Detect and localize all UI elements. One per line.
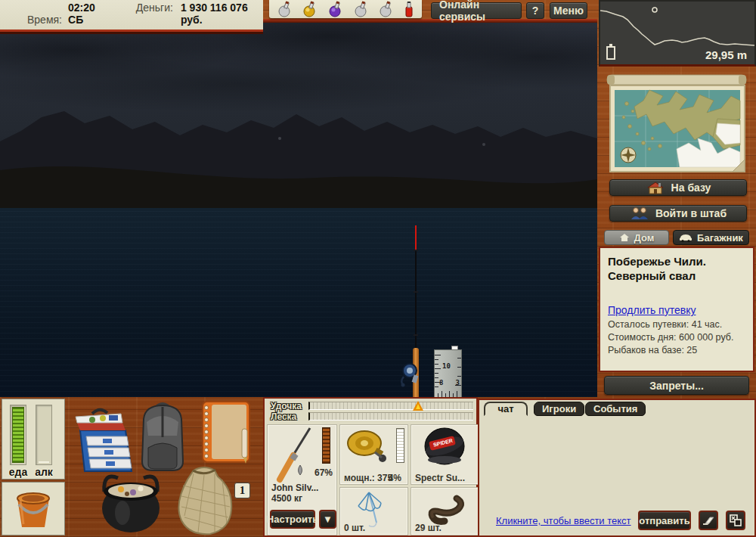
- ruler-number: 10: [442, 362, 451, 370]
- reel-item-icon: [345, 428, 389, 467]
- time-label: Время:: [27, 14, 62, 26]
- battery-icon: [606, 46, 615, 60]
- cauldron-item[interactable]: [95, 466, 166, 535]
- line-durability-bar: [308, 412, 473, 421]
- send-button[interactable]: отправить: [638, 511, 691, 530]
- location-info-panel: Побережье Чили. Северный свал Продлить п…: [599, 247, 754, 372]
- ruler-number: 3: [456, 379, 460, 386]
- bait-count: 29 шт.: [415, 523, 442, 533]
- mesh-bag-item[interactable]: [168, 463, 240, 537]
- line-slot[interactable]: SPIDER Spectr Su...: [411, 424, 479, 485]
- configure-button[interactable]: Настроить: [270, 510, 315, 529]
- tackle-box-item[interactable]: [70, 405, 138, 476]
- eraser-icon: [702, 516, 714, 525]
- expand-chat-button[interactable]: [726, 511, 745, 530]
- rod-gauge-label: Удочка: [268, 401, 308, 411]
- to-base-button[interactable]: На базу: [609, 179, 747, 196]
- water-surface[interactable]: [0, 208, 597, 397]
- rod-guide: [414, 250, 418, 251]
- tab-chat[interactable]: чат: [484, 402, 528, 416]
- reel-wear-bar: [396, 428, 404, 463]
- bans-button[interactable]: Запреты...: [604, 376, 749, 395]
- lure-icon: [295, 464, 305, 476]
- menu-button[interactable]: Меню: [550, 2, 587, 19]
- online-services-button[interactable]: Онлайн сервисы: [431, 2, 522, 19]
- home-icon: [619, 233, 630, 242]
- tab-home[interactable]: Дом: [604, 230, 669, 245]
- depth-profile-chart: [600, 2, 754, 54]
- bucket-slot[interactable]: [2, 482, 65, 535]
- rod-wear-bar: [322, 427, 330, 464]
- ticket-remaining: Осталось путевки: 41 час.: [608, 319, 745, 330]
- clear-chat-button[interactable]: [699, 511, 718, 530]
- flask-purple-icon[interactable]: [327, 1, 345, 17]
- tab-trunk[interactable]: Багажник: [673, 230, 749, 245]
- worm-bait-icon: [422, 491, 467, 527]
- bucket-icon: [11, 488, 55, 530]
- rod-slot[interactable]: 67% John Silv... 4500 кг Настроить ▼: [267, 424, 337, 535]
- potions-panel: [269, 0, 422, 18]
- chat-messages-area[interactable]: [482, 418, 751, 504]
- notebook-item[interactable]: [195, 399, 256, 465]
- reel-slot[interactable]: мощн.: 375 4%: [339, 424, 408, 485]
- line-name: Spectr Su...: [415, 473, 465, 483]
- bait-slot[interactable]: 29 шт.: [411, 487, 479, 535]
- house-icon: [646, 181, 665, 194]
- time-value: 02:20 СБ: [68, 2, 110, 26]
- enter-hq-button[interactable]: Войти в штаб: [609, 205, 747, 222]
- alcohol-meter-fill: [39, 461, 49, 463]
- rod-name: John Silv...: [271, 483, 318, 493]
- flask-yellow-icon[interactable]: [301, 1, 319, 17]
- fish-marker-icon: [652, 8, 657, 12]
- food-meter: [10, 405, 26, 465]
- needs-meters-panel: еда алк: [2, 399, 65, 480]
- flask-silver-icon[interactable]: [377, 1, 395, 17]
- rod-dropdown-button[interactable]: ▼: [319, 510, 336, 529]
- money-value: 1 930 116 076 руб.: [181, 2, 263, 26]
- resize-icon: [730, 514, 742, 526]
- tab-events[interactable]: События: [585, 402, 646, 416]
- flask-silver-icon[interactable]: [276, 1, 294, 17]
- line-spool-icon: SPIDER: [422, 427, 467, 467]
- sonar-panel: 29,95 m: [599, 0, 756, 67]
- chat-input-link[interactable]: Кликните, чтобы ввести текст: [496, 515, 631, 526]
- warning-triangle-icon: [413, 401, 423, 411]
- umbrella-count: 0 шт.: [344, 523, 365, 533]
- game-window: 10 8 3 Время: 02:20 СБ Деньги: 1 930 116…: [0, 0, 756, 537]
- reel-icon: [399, 362, 419, 389]
- rod-item-icon: [271, 427, 316, 483]
- rod-wear-percent: 67%: [314, 467, 333, 478]
- status-panel: Время: 02:20 СБ Деньги: 1 930 116 076 ру…: [0, 0, 263, 32]
- line-gauge-label: Леска: [268, 411, 308, 422]
- flask-silver-icon[interactable]: [352, 1, 370, 17]
- tab-players[interactable]: Игроки: [534, 402, 584, 416]
- reel-power: мощн.: 375: [344, 473, 392, 483]
- rod-test-weight: 4500 кг: [271, 493, 302, 504]
- mountain-silhouette: [0, 95, 597, 216]
- depth-value: 29,95 m: [705, 48, 747, 61]
- tackle-panel: Удочка Леска 67% John Silv... 4500 кг: [263, 397, 478, 537]
- rod-guide: [414, 291, 418, 293]
- bottle-red-icon[interactable]: [403, 1, 415, 17]
- topbar-divider: [263, 19, 597, 23]
- location-title: Побережье Чили. Северный свал: [608, 254, 745, 283]
- chat-panel: чат Игроки События Кликните, чтобы ввест…: [478, 399, 756, 537]
- food-meter-fill: [12, 407, 24, 463]
- location-map[interactable]: [604, 73, 749, 178]
- car-icon: [679, 234, 692, 242]
- depth-ruler[interactable]: 10 8 3: [434, 349, 462, 397]
- umbrella-rig-slot[interactable]: 0 шт.: [339, 487, 408, 535]
- alcohol-label: алк: [29, 466, 59, 478]
- money-label: Деньги:: [136, 2, 173, 26]
- people-icon: [630, 207, 649, 219]
- reel-wear-percent: 4%: [389, 473, 401, 483]
- extend-ticket-link[interactable]: Продлить путевку: [608, 304, 696, 316]
- rod-durability-bar: [308, 402, 473, 410]
- fishers-count: Рыбаков на базе: 25: [608, 345, 745, 355]
- alcohol-meter: [36, 405, 52, 465]
- ruler-number: 8: [439, 379, 443, 386]
- fishing-rod-tip: [415, 225, 417, 250]
- fishing-scene[interactable]: 10 8 3: [0, 23, 597, 397]
- help-button[interactable]: ?: [526, 2, 544, 19]
- compass-rose-icon: [621, 147, 636, 163]
